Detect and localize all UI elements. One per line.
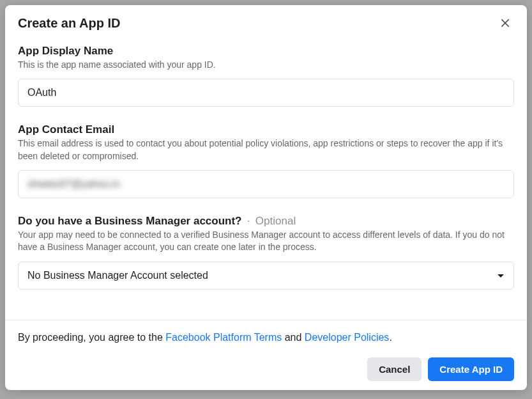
optional-tag: Optional [255,215,296,227]
agreement-suffix: . [389,332,391,343]
close-button[interactable] [496,14,514,32]
create-app-id-button[interactable]: Create App ID [428,357,514,381]
contact-email-input[interactable]: shwetu07@yahoo.in [18,170,514,198]
label-separator: · [247,215,250,226]
display-name-group: App Display Name This is the app name as… [18,45,514,107]
business-manager-label-row: Do you have a Business Manager account? … [18,215,514,228]
platform-terms-link[interactable]: Facebook Platform Terms [165,332,282,343]
agreement-text: By proceeding, you agree to the Facebook… [18,331,514,345]
agreement-prefix: By proceeding, you agree to the [18,332,165,343]
footer-buttons: Cancel Create App ID [18,357,514,381]
display-name-label: App Display Name [18,45,113,57]
modal-footer: By proceeding, you agree to the Facebook… [5,320,527,390]
contact-email-label: App Contact Email [18,123,114,136]
contact-email-group: App Contact Email This email address is … [18,123,514,198]
business-manager-description: Your app may need to be connected to a v… [18,229,514,254]
modal-header: Create an App ID [5,5,527,36]
cancel-button[interactable]: Cancel [367,357,422,381]
close-icon [499,17,511,29]
contact-email-value: shwetu07@yahoo.in [27,178,120,189]
modal-body: App Display Name This is the app name as… [5,36,527,320]
display-name-description: This is the app name associated with you… [18,59,514,71]
agreement-middle: and [282,332,305,343]
business-manager-label: Do you have a Business Manager account? [18,215,241,227]
business-manager-selected: No Business Manager Account selected [27,270,208,281]
caret-down-icon [497,270,505,281]
contact-email-description: This email address is used to contact yo… [18,137,514,162]
business-manager-select[interactable]: No Business Manager Account selected [18,262,514,290]
create-app-modal: Create an App ID App Display Name This i… [5,5,527,390]
business-manager-group: Do you have a Business Manager account? … [18,215,514,290]
developer-policies-link[interactable]: Developer Policies [305,332,390,343]
display-name-input[interactable] [18,79,514,107]
modal-title: Create an App ID [18,16,120,31]
